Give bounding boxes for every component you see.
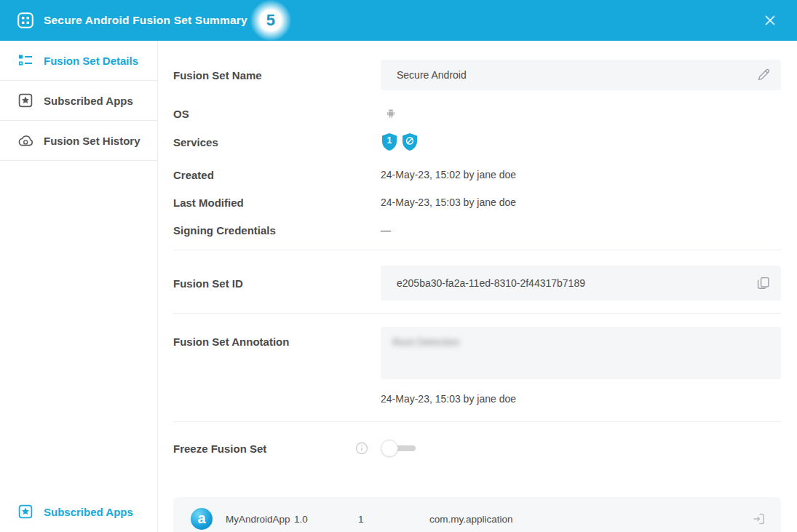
section-divider — [173, 313, 781, 314]
last-modified-value: 24-May-23, 15:03 by jane doe — [381, 196, 781, 208]
fusion-set-id-label: Fusion Set ID — [173, 277, 381, 290]
app-count: 1 — [358, 514, 387, 525]
signing-credentials-label: Signing Credentials — [173, 224, 381, 237]
signing-credentials-row: Signing Credentials — — [173, 223, 781, 237]
sidebar-bottom-subscribed-apps[interactable]: Subscribed Apps — [0, 491, 157, 532]
fusion-set-name-row: Fusion Set Name Secure Android — [173, 60, 781, 90]
star-square-icon — [17, 504, 33, 519]
fusion-set-name-value: Secure Android — [397, 69, 467, 81]
sidebar-item-subscribed-apps[interactable]: Subscribed Apps — [0, 81, 157, 121]
fusion-set-summary-dialog: Secure Android Fusion Set Summary 5 — [0, 0, 797, 532]
grid-icon — [17, 12, 33, 28]
os-label: OS — [173, 108, 381, 120]
android-icon — [385, 108, 397, 119]
enter-arrow-icon[interactable] — [750, 511, 766, 527]
sidebar: Fusion Set Details Subscribed Apps — [0, 41, 158, 532]
created-row: Created 24-May-23, 15:02 by jane doe — [173, 167, 781, 182]
created-value: 24-May-23, 15:02 by jane doe — [381, 169, 781, 180]
annotation-row: Fusion Set Annotation Root Detection — [173, 327, 781, 379]
service-count: 1 — [381, 135, 398, 146]
created-label: Created — [173, 169, 381, 181]
freeze-toggle[interactable] — [381, 439, 417, 458]
toggle-knob — [381, 440, 398, 457]
annotation-textarea[interactable]: Root Detection — [381, 327, 781, 379]
history-cloud-icon — [17, 134, 33, 147]
signing-credentials-value: — — [381, 224, 781, 236]
subscribed-app-row[interactable]: a MyAndroidApp 1.0 1 com.my.application — [173, 497, 781, 532]
annotation-value: Root Detection — [392, 336, 460, 348]
app-package: com.my.application — [429, 514, 513, 525]
sidebar-item-fusion-set-history[interactable]: Fusion Set History — [0, 121, 157, 161]
last-modified-row: Last Modified 24-May-23, 15:03 by jane d… — [173, 195, 781, 210]
fusion-set-details-panel: Fusion Set Name Secure Android OS — [158, 41, 797, 532]
details-list-icon — [17, 53, 33, 68]
service-count-shield-icon[interactable]: 1 — [381, 132, 398, 151]
fusion-set-id-value: e205ba30-fa2a-11ed-8310-2f44317b7189 — [397, 277, 585, 289]
services-label: Services — [173, 136, 381, 148]
fusion-set-id-field: e205ba30-fa2a-11ed-8310-2f44317b7189 — [381, 266, 781, 301]
star-square-icon — [17, 93, 33, 108]
os-row: OS — [173, 105, 781, 122]
app-logo: a — [191, 508, 213, 530]
annotation-meta: 24-May-23, 15:03 by jane doe — [381, 393, 781, 405]
annotation-meta-row: 24-May-23, 15:03 by jane doe — [173, 393, 781, 405]
section-divider — [173, 250, 781, 250]
dialog-header: Secure Android Fusion Set Summary 5 — [0, 0, 797, 41]
service-type-shield-icon[interactable] — [401, 132, 419, 151]
annotation-label: Fusion Set Annotation — [173, 327, 381, 348]
services-row: Services 1 — [173, 132, 781, 151]
sidebar-item-fusion-set-details[interactable]: Fusion Set Details — [0, 41, 157, 81]
fusion-set-name-label: Fusion Set Name — [173, 69, 381, 82]
fusion-set-id-row: Fusion Set ID e205ba30-fa2a-11ed-8310-2f… — [173, 266, 781, 301]
last-modified-label: Last Modified — [173, 196, 381, 209]
sidebar-item-label: Fusion Set History — [44, 135, 140, 147]
app-version: 1.0 — [294, 514, 323, 525]
freeze-label: Freeze Fusion Set — [173, 442, 266, 455]
app-name: MyAndroidApp — [226, 514, 294, 525]
sidebar-item-label: Subscribed Apps — [44, 506, 133, 518]
pencil-icon[interactable] — [756, 68, 771, 82]
sidebar-item-label: Subscribed Apps — [44, 95, 133, 107]
copy-icon[interactable] — [756, 276, 771, 290]
fusion-set-name-field[interactable]: Secure Android — [381, 60, 781, 90]
info-icon[interactable] — [355, 442, 368, 455]
step-badge: 5 — [250, 0, 291, 41]
freeze-row: Freeze Fusion Set — [173, 436, 781, 461]
section-divider — [173, 421, 781, 422]
dialog-title: Secure Android Fusion Set Summary — [44, 14, 247, 27]
sidebar-item-label: Fusion Set Details — [44, 55, 138, 67]
close-icon[interactable] — [761, 11, 780, 30]
